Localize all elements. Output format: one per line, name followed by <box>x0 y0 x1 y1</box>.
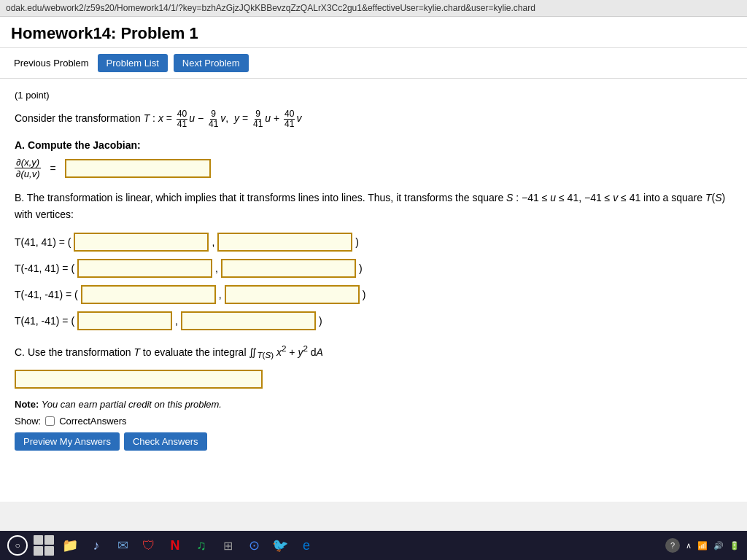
vertex-row-3: T(-41, -41) = ( , ) <box>15 285 732 304</box>
points-label: (1 point) <box>15 90 732 101</box>
navigation-bar: Previous Problem Problem List Next Probl… <box>0 48 747 79</box>
vertex-1-x-input[interactable] <box>74 233 209 252</box>
note-text: Note: You can earn partial credit on thi… <box>15 399 732 410</box>
vertex-1-comma: , <box>212 236 214 248</box>
prev-problem-button[interactable]: Previous Problem <box>11 56 92 70</box>
section-b-text: B. The transformation is linear, which i… <box>15 190 732 222</box>
vertex-2-close: ) <box>359 262 363 274</box>
next-problem-button[interactable]: Next Problem <box>174 54 249 72</box>
vertex-2-y-input[interactable] <box>221 259 356 278</box>
vertex-4-comma: , <box>175 315 178 327</box>
vertex-row-2: T(-41, 41) = ( , ) <box>15 259 732 278</box>
check-answers-button[interactable]: Check Answers <box>124 432 207 451</box>
vertex-2-comma: , <box>215 262 218 274</box>
bottom-buttons: Preview My Answers Check Answers <box>15 432 732 451</box>
preview-answers-button[interactable]: Preview My Answers <box>15 432 120 451</box>
show-label: Show: <box>15 416 41 427</box>
jacobian-fraction: ∂(x,y) ∂(u,v) <box>15 157 41 179</box>
section-a-label: A. Compute the Jacobian: <box>15 139 732 151</box>
vertex-2-label: T(-41, 41) = ( <box>15 262 74 274</box>
section-c-text: C. Use the transformation T to evaluate … <box>15 342 732 362</box>
vertex-4-close: ) <box>319 315 322 327</box>
correct-answers-checkbox[interactable] <box>45 416 55 426</box>
problem-list-button[interactable]: Problem List <box>98 54 168 72</box>
vertex-row-1: T(41, 41) = ( , ) <box>15 233 732 252</box>
vertex-1-y-input[interactable] <box>217 233 352 252</box>
vertex-4-x-input[interactable] <box>77 311 172 330</box>
vertex-3-label: T(-41, -41) = ( <box>15 289 78 300</box>
correct-answers-label: CorrectAnswers <box>59 416 126 427</box>
browser-url-bar: odak.edu/webwork2/z59s20/Homework14/1/?k… <box>0 0 747 17</box>
vertex-4-y-input[interactable] <box>181 311 316 330</box>
vertex-row-4: T(41, -41) = ( , ) <box>15 311 732 330</box>
vertex-3-y-input[interactable] <box>225 285 360 304</box>
main-content: (1 point) Consider the transformation T … <box>0 79 747 502</box>
vertex-2-x-input[interactable] <box>77 259 212 278</box>
vertex-1-close: ) <box>355 236 359 248</box>
vertex-1-label: T(41, 41) = ( <box>15 236 71 248</box>
vertex-4-label: T(41, -41) = ( <box>15 315 74 327</box>
jacobian-input[interactable] <box>65 159 211 178</box>
problem-statement: Consider the transformation T : x = 4041… <box>15 109 732 129</box>
jacobian-row: ∂(x,y) ∂(u,v) = <box>15 157 732 179</box>
show-row: Show: CorrectAnswers <box>15 416 732 427</box>
vertex-3-x-input[interactable] <box>81 285 216 304</box>
page-title: Homework14: Problem 1 <box>0 17 747 48</box>
integral-input[interactable] <box>15 370 263 389</box>
vertex-3-comma: , <box>219 289 222 300</box>
vertex-3-close: ) <box>363 289 366 300</box>
